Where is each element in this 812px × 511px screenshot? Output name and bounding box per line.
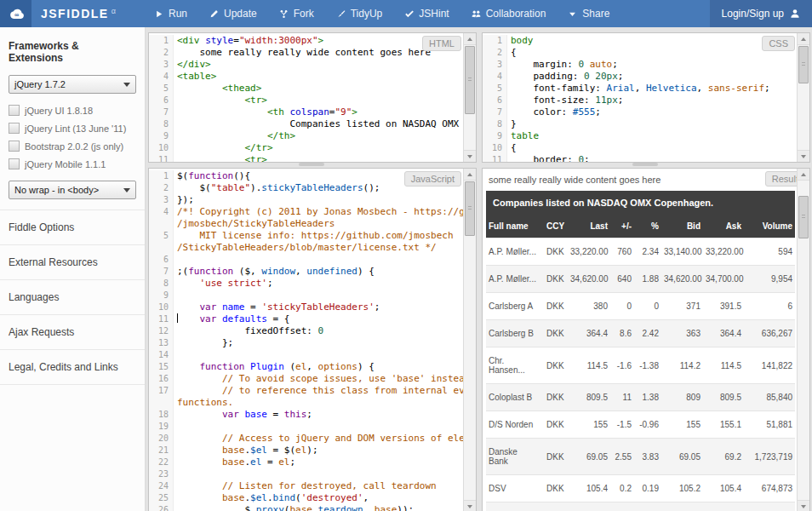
scroll-up-button[interactable] (798, 169, 809, 181)
line-number: 8 (149, 118, 174, 130)
line-number: 20 (149, 433, 174, 445)
code-line: 17 // to reference this class from inter… (149, 385, 464, 397)
code-line: /StickyTableHeaders/blob/master/license.… (149, 242, 464, 254)
html-scrollbar[interactable] (463, 33, 476, 162)
nav-fork-button[interactable]: Fork (268, 0, 325, 27)
code-text: }); (174, 194, 194, 206)
sidebar-section-ajax-requests[interactable]: Ajax Requests (0, 315, 145, 350)
nav-run-button[interactable]: Run (143, 0, 198, 27)
code-line: 8 'use strict'; (149, 278, 464, 290)
line-number: 26 (149, 504, 174, 511)
line-number: 6 (149, 95, 174, 106)
value-cell: 341,263 (744, 502, 795, 511)
wrap-select[interactable]: No wrap - in <body> (9, 181, 136, 199)
code-text: body (507, 35, 534, 47)
code-line: 7;(function ($, window, undefined) { (149, 266, 464, 278)
scrollbar-thumb[interactable] (798, 196, 809, 238)
line-number: 1 (149, 35, 174, 47)
value-cell: 69.05 (661, 439, 703, 475)
value-cell: 155 (568, 411, 610, 439)
table-row: A.P. Møller...DKK33,220.007602.3433,140.… (486, 238, 795, 266)
table-row: D/S NordenDKK155-1.5-0.96155155.151,881 (486, 411, 795, 439)
javascript-editor[interactable]: 1$(function(){2 $("table").stickyTableHe… (149, 169, 464, 511)
line-number: 3 (483, 59, 507, 71)
framework-select[interactable]: jQuery 1.7.2 (9, 75, 136, 94)
extension-checkbox[interactable] (9, 158, 20, 169)
nav-collaboration-button[interactable]: Collaboration (460, 0, 558, 27)
value-cell: 1.38 (634, 384, 661, 411)
panel-resize-handle[interactable] (632, 163, 658, 166)
value-cell: -0.96 (634, 411, 661, 439)
value-cell: 636,267 (744, 320, 795, 347)
line-number: 21 (149, 445, 174, 456)
company-name-cell: A.P. Møller... (486, 238, 544, 266)
code-line: 13 }; (149, 337, 464, 349)
line-number: 14 (149, 349, 174, 361)
nav-tidyup-button[interactable]: TidyUp (325, 0, 394, 27)
code-text: functions. (174, 397, 233, 409)
scrollbar-thumb[interactable] (465, 46, 475, 114)
line-number: 16 (149, 373, 174, 385)
code-line: 9 </th> (149, 130, 464, 142)
code-text: <div style="width:3000px"> (174, 35, 323, 47)
scroll-up-button[interactable] (464, 33, 476, 45)
cloud-logo-icon: ∞ (7, 7, 26, 20)
code-text: table (507, 130, 539, 142)
nav-item-label: Update (224, 8, 257, 20)
panel-resize-handle[interactable] (299, 163, 324, 166)
value-cell: 0.2 (610, 475, 634, 502)
line-number: 11 (483, 154, 507, 162)
value-cell: DKK (544, 238, 568, 266)
css-scrollbar[interactable] (797, 33, 809, 162)
login-signup-button[interactable]: Login/Sign up (710, 0, 812, 27)
value-cell: 6 (744, 293, 795, 320)
code-line: 5 <thead> (149, 83, 464, 95)
code-line: 8} (483, 118, 798, 130)
result-panel: some really really wide content goes her… (482, 168, 810, 511)
nav-share-button[interactable]: Share (557, 0, 620, 27)
value-cell: DKK (544, 293, 568, 320)
scroll-down-button[interactable] (798, 150, 809, 162)
scroll-down-button[interactable] (798, 500, 809, 511)
nav-item-label: TidyUp (351, 8, 383, 20)
value-cell: 33,220.00 (568, 238, 610, 266)
sidebar-section-external-resources[interactable]: External Resources (0, 245, 145, 280)
sidebar-section-legal-credits-and-links[interactable]: Legal, Credits and Links (0, 350, 145, 385)
html-editor[interactable]: 1<div style="width:3000px">2 some really… (149, 33, 464, 162)
javascript-scrollbar[interactable] (463, 169, 476, 511)
jsfiddle-logo[interactable]: ∞ (0, 0, 31, 27)
value-cell: 674,873 (744, 475, 795, 502)
scroll-down-button[interactable] (464, 150, 476, 162)
code-line: 18 var base = this; (149, 409, 464, 421)
nav-jshint-button[interactable]: JSHint (393, 0, 460, 27)
arrow-up-icon (467, 173, 472, 176)
scroll-up-button[interactable] (464, 169, 476, 181)
line-number: 9 (483, 130, 507, 142)
code-text: margin: 0 auto; (507, 59, 618, 71)
sidebar-section-languages[interactable]: Languages (0, 280, 145, 315)
extension-checkbox[interactable] (9, 105, 20, 116)
value-cell: DKK (544, 475, 568, 502)
scrollbar-thumb[interactable] (465, 181, 475, 236)
value-cell: 155 (661, 411, 703, 439)
code-line: 5 MIT license info: https://github.com/j… (149, 230, 464, 242)
scroll-down-button[interactable] (464, 500, 476, 511)
css-editor[interactable]: 1body2{3 margin: 0 auto;4 padding: 0 20p… (483, 33, 798, 162)
line-number: 4 (149, 71, 174, 83)
value-cell: 105.4 (568, 475, 610, 502)
nav-update-button[interactable]: Update (198, 0, 268, 27)
code-line: 1<div style="width:3000px"> (149, 35, 464, 47)
line-number: 4 (483, 71, 507, 83)
extension-checkbox[interactable] (9, 123, 20, 134)
line-number: 19 (149, 421, 174, 433)
code-line: 12 fixedOffset: 0 (149, 325, 464, 337)
line-number: 25 (149, 492, 174, 504)
extension-checkbox[interactable] (9, 141, 20, 152)
value-cell: 364.4 (568, 320, 610, 347)
scrollbar-thumb[interactable] (798, 46, 809, 83)
result-scrollbar[interactable] (797, 169, 809, 511)
sidebar-section-fiddle-options[interactable]: Fiddle Options (0, 210, 145, 245)
scroll-up-button[interactable] (798, 33, 809, 45)
code-text: /jmosbech/StickyTableHeaders (174, 218, 335, 230)
line-number: 11 (149, 313, 174, 325)
